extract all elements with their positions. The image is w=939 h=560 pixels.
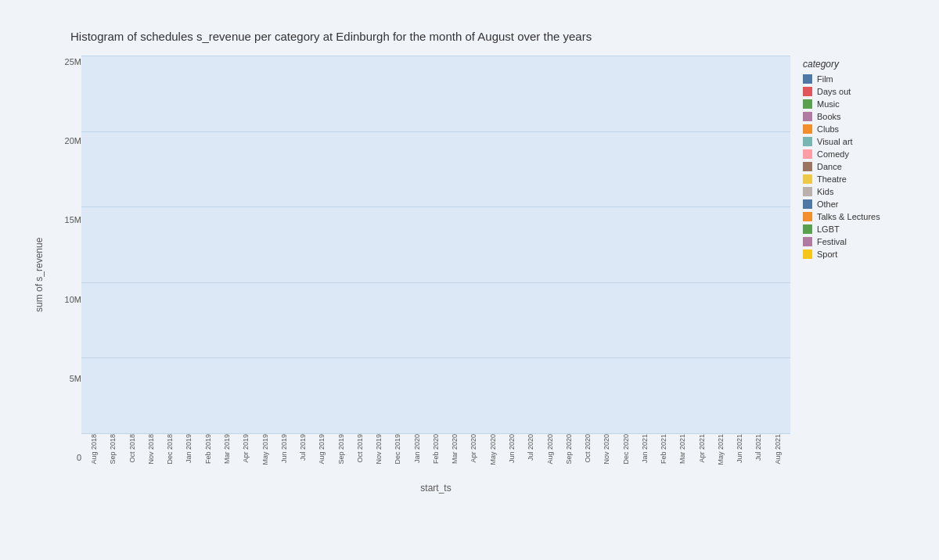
bar-group: [276, 56, 292, 434]
legend-label: Other: [817, 199, 839, 209]
bar-group: [447, 56, 462, 434]
legend-title: category: [803, 59, 908, 70]
legend-color-swatch: [803, 99, 812, 109]
y-tick: 20M: [65, 136, 81, 145]
legend-item: Other: [803, 199, 908, 209]
bar-group: [200, 56, 216, 434]
bar-group: [257, 56, 272, 434]
legend-item: Comedy: [803, 149, 908, 159]
x-label: May 2021: [717, 434, 725, 465]
bar-group: [466, 56, 481, 434]
legend-item: Dance: [803, 162, 908, 171]
x-label: Jul 2019: [299, 434, 307, 461]
x-label: Apr 2020: [470, 434, 477, 463]
bar-group: [295, 56, 311, 434]
bar-group: [143, 56, 159, 434]
x-label: Jul 2020: [527, 434, 534, 461]
bar-group: [561, 56, 577, 434]
bar-group: [352, 56, 368, 434]
legend-label: Dance: [817, 162, 842, 171]
x-label: Jul 2021: [754, 434, 762, 461]
bar-group: [599, 56, 614, 434]
x-label: Nov 2019: [375, 434, 383, 465]
legend-color-swatch: [803, 87, 812, 96]
bar-group: [713, 56, 729, 434]
x-label: Sep 2020: [565, 434, 573, 465]
x-label: Nov 2020: [603, 434, 610, 465]
legend-label: Clubs: [817, 124, 839, 134]
x-label: Jun 2019: [280, 434, 288, 463]
chart-title: Histogram of schedules s_revenue per cat…: [70, 30, 908, 43]
legend-color-swatch: [803, 212, 812, 221]
legend-item: Books: [803, 112, 908, 121]
x-label: Jan 2020: [413, 434, 421, 463]
bar-group: [580, 56, 595, 434]
bar-group: [770, 56, 786, 434]
x-label: Nov 2018: [147, 434, 155, 465]
x-label: Oct 2018: [128, 434, 136, 463]
x-label: Feb 2021: [660, 434, 667, 464]
x-label: Aug 2020: [546, 434, 554, 465]
legend-item: LGBT: [803, 224, 908, 234]
x-label: Dec 2020: [622, 434, 630, 465]
bar-group: [86, 56, 102, 434]
legend-label: Books: [817, 112, 841, 121]
legend-label: Festival: [817, 237, 847, 246]
legend-item: Festival: [803, 237, 908, 246]
legend-color-swatch: [803, 137, 812, 146]
legend-label: Music: [817, 99, 840, 109]
legend-color-swatch: [803, 187, 812, 196]
x-label: Aug 2019: [318, 434, 326, 465]
bar-group: [750, 56, 766, 434]
legend-label: Kids: [817, 187, 833, 196]
bar-group: [105, 56, 121, 434]
y-tick: 5M: [70, 374, 81, 383]
x-label: Sep 2019: [337, 434, 345, 465]
bar-group: [124, 56, 140, 434]
x-label: Dec 2019: [394, 434, 401, 465]
y-tick: 15M: [65, 215, 81, 224]
x-label: Apr 2019: [242, 434, 250, 463]
legend-color-swatch: [803, 224, 812, 234]
legend-label: Comedy: [817, 149, 849, 159]
x-label: Oct 2020: [584, 434, 592, 463]
legend-item: Visual art: [803, 137, 908, 146]
legend-label: Visual art: [817, 137, 853, 146]
x-label: Jan 2021: [641, 434, 649, 463]
legend-label: LGBT: [817, 224, 840, 234]
legend-item: Days out: [803, 87, 908, 96]
legend-label: Theatre: [817, 174, 847, 184]
bar-group: [238, 56, 254, 434]
bar-group: [390, 56, 405, 434]
x-label: Apr 2021: [698, 434, 706, 463]
bar-group: [409, 56, 425, 434]
legend-label: Talks & Lectures: [817, 212, 880, 221]
bar-group: [428, 56, 444, 434]
x-label: Mar 2019: [223, 434, 231, 464]
x-label: Jun 2020: [508, 434, 516, 463]
bar-group: [485, 56, 501, 434]
legend-label: Days out: [817, 87, 851, 96]
bar-group: [732, 56, 747, 434]
y-tick: 25M: [65, 57, 81, 66]
x-label: Dec 2018: [166, 434, 174, 465]
bar-group: [523, 56, 538, 434]
bar-group: [504, 56, 520, 434]
legend-item: Theatre: [803, 174, 908, 184]
x-label: Aug 2018: [90, 434, 98, 465]
legend-label: Film: [817, 74, 833, 84]
plot-area: [81, 56, 790, 434]
legend-item: Film: [803, 74, 908, 84]
x-label: Feb 2019: [204, 434, 212, 464]
legend-item: Clubs: [803, 124, 908, 134]
y-axis: 25M20M15M10M5M0: [50, 56, 81, 494]
legend-color-swatch: [803, 237, 812, 246]
bar-group: [694, 56, 710, 434]
bar-group: [162, 56, 178, 434]
legend: category FilmDays outMusicBooksClubsVisu…: [790, 56, 908, 494]
legend-color-swatch: [803, 74, 812, 84]
bar-group: [637, 56, 653, 434]
legend-item: Talks & Lectures: [803, 212, 908, 221]
y-tick: 10M: [65, 295, 81, 304]
legend-color-swatch: [803, 149, 812, 159]
